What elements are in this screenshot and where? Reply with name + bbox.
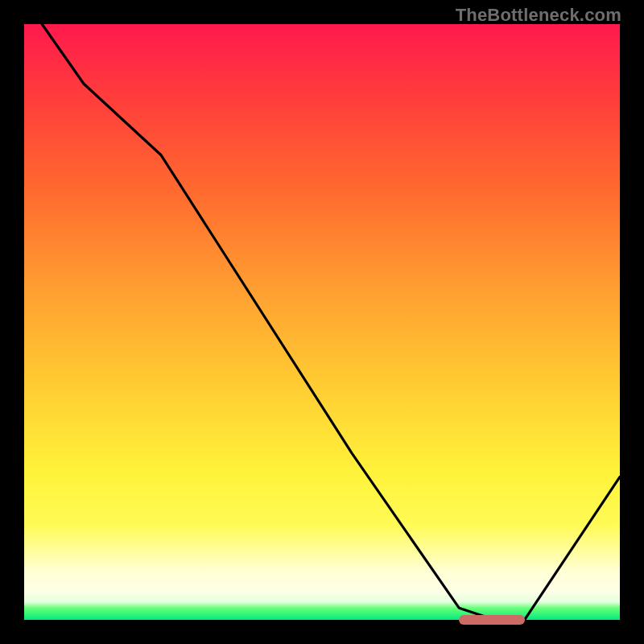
plot-area bbox=[24, 24, 620, 620]
bottleneck-curve bbox=[24, 24, 620, 620]
watermark-text: TheBottleneck.com bbox=[456, 5, 621, 26]
chart-container: TheBottleneck.com bbox=[0, 0, 644, 644]
curve-path bbox=[42, 24, 620, 620]
optimal-range-marker bbox=[459, 615, 524, 625]
